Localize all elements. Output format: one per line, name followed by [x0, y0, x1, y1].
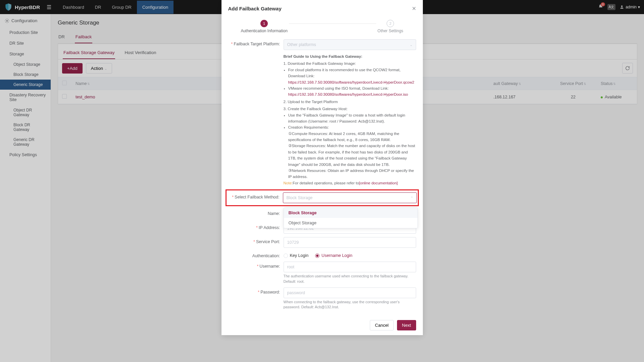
label-failback-method: *Select Failback Method:	[228, 192, 283, 199]
dropdown-block-storage[interactable]: Block Storage	[284, 208, 417, 218]
failback-method-select[interactable]: Block Storage ⌃	[283, 192, 417, 203]
highlighted-field: *Select Failback Method: Block Storage ⌃	[226, 189, 419, 206]
username-input[interactable]	[284, 262, 416, 272]
label-password: *Password:	[228, 287, 284, 295]
chevron-up-icon: ⌃	[410, 196, 413, 200]
close-icon[interactable]: ✕	[412, 5, 416, 12]
dialog-footer: Cancel Next	[221, 317, 423, 335]
add-failback-gateway-dialog: Add Failback Gateway ✕ 1 Authentication …	[221, 0, 423, 335]
dialog-title: Add Failback Gateway	[228, 6, 282, 11]
steps: 1 Authentication Information 2 Other Set…	[228, 20, 416, 33]
port-input[interactable]	[284, 237, 416, 248]
failback-method-dropdown: Block Storage Object Storage	[284, 208, 418, 228]
iso-link[interactable]: https://192.168.7.50:30080/softwares/hyp…	[288, 92, 408, 96]
target-platform-select[interactable]: Other platforms ⌄	[284, 39, 416, 50]
radio-key-login[interactable]: Key Login	[284, 253, 309, 258]
qcow2-link[interactable]: https://192.168.7.50:30080/softwares/hyp…	[288, 80, 414, 84]
step-2: 2 Other Settings	[378, 20, 403, 33]
username-hint: The authentication username used when co…	[284, 274, 416, 284]
radio-username-login[interactable]: Username Login	[315, 253, 352, 258]
label-target-platform: *Failback Target Platform:	[228, 39, 284, 46]
label-auth: Authentication:	[228, 251, 284, 258]
label-name: Name:	[228, 209, 284, 216]
label-port: *Service Port:	[228, 237, 284, 244]
dialog-body: 1 Authentication Information 2 Other Set…	[221, 16, 423, 317]
password-hint: When connecting to the failback gateway,…	[284, 300, 416, 310]
password-input[interactable]	[284, 287, 416, 298]
chevron-down-icon: ⌄	[410, 43, 412, 47]
dropdown-object-storage[interactable]: Object Storage	[284, 218, 417, 228]
guide-text: Brief Guide to Using the Failback Gatewa…	[284, 53, 416, 186]
step-1: 1 Authentication Information	[241, 20, 287, 33]
dialog-header: Add Failback Gateway ✕	[221, 0, 423, 16]
label-username: *Username:	[228, 262, 284, 269]
next-button[interactable]: Next	[397, 320, 416, 330]
online-doc-link[interactable]: [online documentation]	[359, 181, 398, 185]
cancel-button[interactable]: Cancel	[370, 320, 393, 330]
label-ip: *IP Address:	[228, 223, 284, 230]
